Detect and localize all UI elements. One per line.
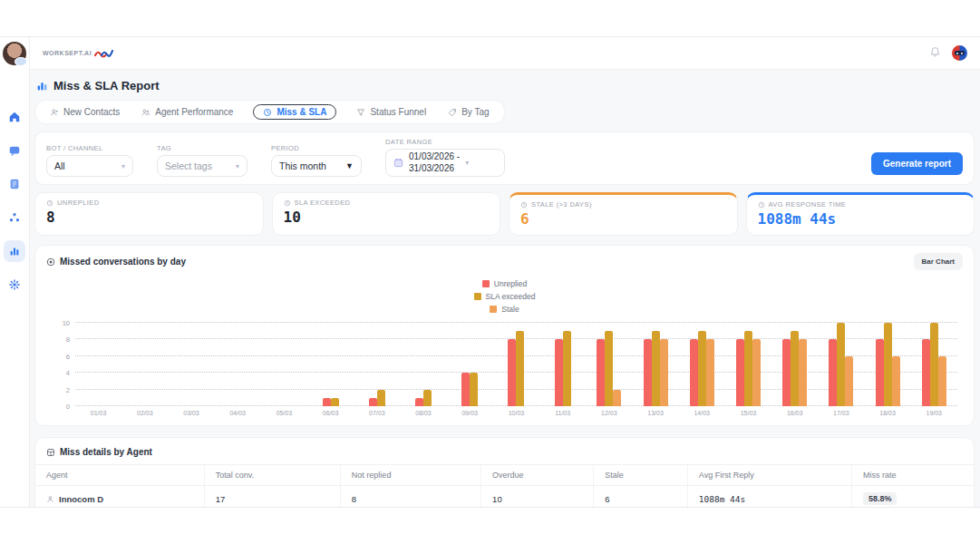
column-header-agent: Agent xyxy=(35,465,204,486)
clock-icon xyxy=(284,199,291,207)
bar-sla-exceeded[interactable] xyxy=(930,323,938,406)
chevron-down-icon: ▼ xyxy=(345,161,354,170)
bar-unreplied[interactable] xyxy=(922,339,930,406)
bar-group-12-03 xyxy=(586,323,632,406)
bar-stale[interactable] xyxy=(660,339,668,406)
y-tick-label: 2 xyxy=(50,386,70,394)
user-avatar[interactable] xyxy=(3,42,26,65)
bar-group-09-03 xyxy=(447,323,493,406)
y-tick-label: 6 xyxy=(50,353,70,361)
bar-stale[interactable] xyxy=(892,356,900,406)
bar-unreplied[interactable] xyxy=(829,339,837,406)
bar-sla-exceeded[interactable] xyxy=(605,331,613,406)
column-header-overdue: Overdue xyxy=(481,465,594,486)
bar-stale[interactable] xyxy=(752,339,761,406)
legend-label: Unreplied xyxy=(494,279,527,288)
bar-sla-exceeded[interactable] xyxy=(698,331,706,406)
x-tick-label: 10/03 xyxy=(493,410,539,416)
y-tick-label: 0 xyxy=(50,403,70,411)
x-tick-label: 13/03 xyxy=(632,410,678,416)
tab-by-tag[interactable]: By Tag xyxy=(446,105,490,119)
tag-select[interactable]: Select tags▾ xyxy=(157,155,247,177)
tab-label: Agent Performance xyxy=(155,107,233,117)
bar-sla-exceeded[interactable] xyxy=(652,331,660,406)
page-title: Miss & SLA Report xyxy=(53,79,160,92)
bar-sla-exceeded[interactable] xyxy=(470,373,478,406)
bar-group-04-03 xyxy=(215,323,261,406)
bar-stale[interactable] xyxy=(706,339,714,406)
bot-channel-select[interactable]: All▾ xyxy=(46,155,133,177)
clock-icon xyxy=(263,108,272,117)
sidebar-item-contacts[interactable] xyxy=(4,173,25,195)
bar-sla-exceeded[interactable] xyxy=(331,398,339,406)
bar-group-08-03 xyxy=(400,323,446,406)
period-select[interactable]: This month▼ xyxy=(271,155,362,177)
bar-group-01-03 xyxy=(75,323,121,406)
x-tick-label: 17/03 xyxy=(818,410,864,416)
bar-unreplied[interactable] xyxy=(508,339,516,406)
stat-label: AVG RESPONSE TIME xyxy=(758,200,964,209)
tab-status-funnel[interactable]: Status Funnel xyxy=(354,105,428,119)
bot-assistant-avatar[interactable] xyxy=(952,45,967,61)
chart-legend: UnrepliedSLA exceededStale xyxy=(46,279,963,314)
sidebar-item-home[interactable] xyxy=(4,106,25,128)
bar-unreplied[interactable] xyxy=(644,339,652,406)
bar-unreplied[interactable] xyxy=(323,398,331,406)
bar-stale[interactable] xyxy=(799,339,807,406)
miss-rate-badge: 58.8% xyxy=(863,492,898,505)
bar-unreplied[interactable] xyxy=(555,339,563,406)
tab-new-contacts[interactable]: New Contacts xyxy=(48,105,121,119)
bar-unreplied[interactable] xyxy=(876,339,884,406)
bar-group-10-03 xyxy=(493,323,539,406)
sidebar-item-settings[interactable] xyxy=(4,274,25,296)
bar-stale[interactable] xyxy=(613,390,621,406)
agent-name: Innocom D xyxy=(46,494,193,504)
bar-chart-toggle-button[interactable]: Bar Chart xyxy=(914,253,963,270)
bar-unreplied[interactable] xyxy=(415,398,423,406)
bar-sla-exceeded[interactable] xyxy=(837,323,845,406)
bar-sla-exceeded[interactable] xyxy=(744,331,752,406)
bar-unreplied[interactable] xyxy=(461,373,470,406)
bar-stale[interactable] xyxy=(845,356,853,406)
x-tick-label: 02/03 xyxy=(121,410,168,416)
legend-item-sla-exceeded: SLA exceeded xyxy=(474,292,536,301)
bell-icon[interactable] xyxy=(929,45,941,62)
sidebar-item-chats[interactable] xyxy=(4,140,25,161)
bar-sla-exceeded[interactable] xyxy=(884,323,892,406)
tab-miss-sla[interactable]: Miss & SLA xyxy=(253,104,336,120)
cell-stale: 6 xyxy=(594,486,688,508)
bar-sla-exceeded[interactable] xyxy=(791,331,799,406)
legend-item-unreplied: Unreplied xyxy=(482,279,527,288)
stat-label-text: STALE (>3 DAYS) xyxy=(531,200,592,209)
x-tick-label: 16/03 xyxy=(771,410,818,416)
bar-sla-exceeded[interactable] xyxy=(516,331,524,406)
bar-unreplied[interactable] xyxy=(736,339,744,406)
report-icon xyxy=(36,80,48,92)
bar-sla-exceeded[interactable] xyxy=(377,390,385,406)
bar-unreplied[interactable] xyxy=(782,339,791,406)
tab-label: Status Funnel xyxy=(370,107,426,117)
generate-report-button[interactable]: Generate report xyxy=(871,152,963,175)
bar-group-07-03 xyxy=(354,323,400,406)
legend-swatch xyxy=(490,306,497,313)
sidebar-item-reports[interactable] xyxy=(4,240,25,262)
legend-swatch xyxy=(482,280,490,287)
x-tick-label: 15/03 xyxy=(725,410,771,416)
chat-icon xyxy=(8,144,21,157)
funnel-icon xyxy=(356,108,365,117)
stat-value: 6 xyxy=(520,210,726,228)
agent-table-card: Miss details by Agent AgentTotal conv.No… xyxy=(34,437,975,507)
stat-card-avg-response-time: AVG RESPONSE TIME1088m 44s xyxy=(746,192,975,236)
bar-sla-exceeded[interactable] xyxy=(423,390,432,406)
bar-unreplied[interactable] xyxy=(369,398,377,406)
bar-unreplied[interactable] xyxy=(597,339,605,406)
date-range-picker[interactable]: 01/03/2026 - 31/03/2026 ▾ xyxy=(385,149,505,177)
bar-sla-exceeded[interactable] xyxy=(563,331,571,406)
x-tick-label: 07/03 xyxy=(354,410,400,416)
sidebar-item-flows[interactable] xyxy=(4,207,25,228)
tab-agent-performance[interactable]: Agent Performance xyxy=(140,105,235,119)
bar-unreplied[interactable] xyxy=(690,339,698,406)
bar-group-16-03 xyxy=(771,323,818,406)
bar-stale[interactable] xyxy=(938,356,946,406)
sidebar xyxy=(0,37,30,507)
